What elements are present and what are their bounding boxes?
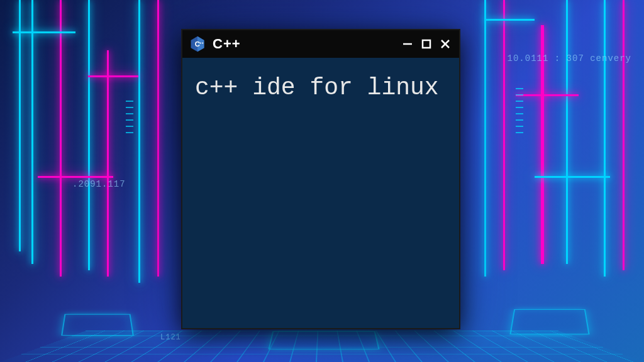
- bg-decorative-text: 10.0111 : 307 cenvery: [508, 53, 631, 63]
- terminal-window: C ++ C++ c++ ide for linux: [181, 29, 460, 329]
- window-title: C++: [213, 36, 394, 52]
- titlebar[interactable]: C ++ C++: [182, 30, 459, 58]
- minimize-button[interactable]: [400, 36, 415, 52]
- cpp-logo-icon: C ++: [189, 35, 206, 53]
- close-button[interactable]: [438, 36, 453, 52]
- svg-text:++: ++: [199, 40, 204, 45]
- svg-rect-5: [423, 40, 430, 48]
- floor-tile: [61, 314, 134, 336]
- maximize-button[interactable]: [419, 36, 434, 52]
- ruler-ticks: [516, 88, 523, 133]
- bg-decorative-text: .2091.117: [72, 179, 126, 189]
- ruler-ticks: [126, 101, 133, 133]
- terminal-content[interactable]: c++ ide for linux: [182, 58, 459, 328]
- floor-tile: [268, 331, 379, 349]
- floor-tile: [509, 309, 589, 334]
- window-controls: [400, 36, 453, 52]
